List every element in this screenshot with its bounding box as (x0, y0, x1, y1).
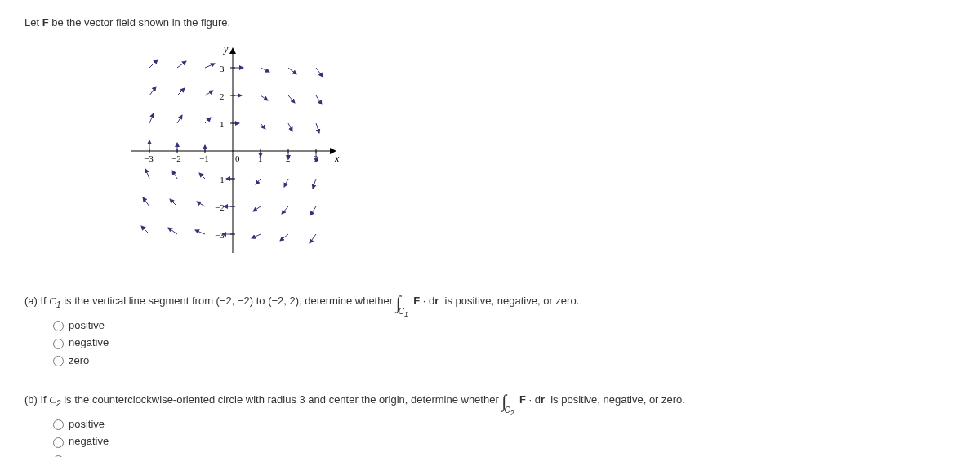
svg-line-42 (316, 95, 322, 104)
svg-line-63 (143, 197, 149, 206)
question-b-options: positive negative zero (49, 417, 956, 457)
svg-line-33 (261, 68, 270, 72)
svg-line-56 (145, 169, 149, 179)
question-a-seg1: is the vertical line segment from (−2, −… (64, 295, 395, 307)
question-a-options: positive negative zero (49, 318, 956, 367)
svg-line-36 (149, 87, 156, 95)
option-a-negative-label: negative (69, 336, 109, 348)
question-b-text: (b) If C2 is the counterclockwise-orient… (24, 387, 956, 410)
option-b-positive-label: positive (69, 418, 105, 430)
svg-text:x: x (334, 153, 340, 164)
svg-line-61 (284, 179, 288, 187)
svg-line-35 (316, 68, 323, 77)
svg-text:y: y (223, 43, 229, 55)
svg-line-43 (149, 113, 154, 123)
svg-line-49 (316, 123, 319, 133)
svg-line-60 (256, 179, 261, 184)
svg-text:−2: −2 (215, 202, 225, 212)
option-a-zero-label: zero (69, 354, 89, 366)
svg-line-45 (205, 118, 211, 123)
svg-line-38 (205, 91, 213, 95)
svg-text:−2: −2 (172, 153, 181, 163)
svg-text:2: 2 (220, 91, 225, 101)
option-a-negative[interactable] (53, 339, 64, 349)
question-a: (a) If C1 is the vertical line segment f… (24, 288, 956, 366)
option-a-positive-label: positive (69, 319, 105, 331)
question-b-seg1: is the counterclockwise-oriented circle … (64, 393, 501, 406)
svg-line-34 (288, 68, 296, 74)
svg-line-58 (199, 173, 205, 179)
svg-line-44 (177, 115, 182, 123)
svg-line-29 (149, 60, 158, 68)
problem-prompt: Let F be the vector field shown in the f… (24, 16, 956, 29)
svg-line-76 (310, 234, 316, 243)
svg-line-41 (288, 95, 295, 103)
svg-text:−3: −3 (144, 153, 154, 163)
svg-line-75 (280, 234, 288, 241)
question-a-label: (a) If (24, 295, 49, 307)
svg-text:−1: −1 (199, 153, 209, 163)
option-b-zero-label: zero (69, 453, 89, 457)
svg-text:3: 3 (220, 64, 225, 73)
svg-line-74 (252, 234, 261, 238)
svg-line-69 (310, 206, 316, 215)
option-b-negative[interactable] (53, 437, 64, 448)
option-b-negative-label: negative (69, 436, 109, 448)
svg-text:−3: −3 (215, 230, 225, 240)
question-b: (b) If C2 is the counterclockwise-orient… (24, 387, 956, 457)
svg-text:−1: −1 (215, 175, 225, 184)
svg-line-65 (197, 202, 205, 206)
svg-line-47 (261, 123, 265, 129)
svg-line-57 (172, 171, 177, 179)
option-a-positive[interactable] (53, 321, 64, 331)
svg-line-68 (282, 206, 288, 214)
svg-line-37 (177, 88, 185, 95)
question-b-label: (b) If (24, 393, 49, 406)
svg-line-31 (205, 64, 215, 68)
svg-line-40 (261, 95, 268, 100)
svg-line-67 (253, 206, 261, 211)
svg-line-72 (195, 230, 205, 234)
svg-line-70 (141, 226, 149, 234)
svg-text:1: 1 (220, 119, 225, 129)
svg-line-64 (170, 199, 177, 206)
option-b-positive[interactable] (53, 419, 64, 430)
svg-line-48 (288, 123, 292, 131)
question-a-text: (a) If C1 is the vertical line segment f… (24, 288, 956, 312)
vector-field-figure: x y −3 −2 −1 0 1 2 3 3 2 1 −1 −2 −3 (122, 41, 956, 264)
option-a-zero[interactable] (53, 356, 64, 366)
svg-line-71 (168, 228, 177, 234)
svg-text:0: 0 (235, 153, 240, 163)
svg-line-30 (177, 61, 186, 68)
svg-line-62 (313, 179, 316, 189)
